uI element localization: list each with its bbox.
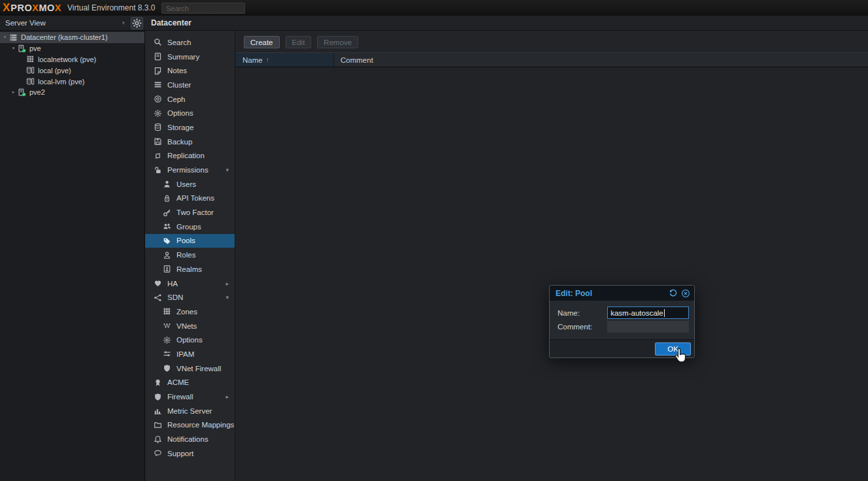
shield-icon	[163, 364, 171, 373]
sidebar-item-pools[interactable]: Pools	[145, 234, 235, 248]
sidebar-item-users[interactable]: Users	[145, 177, 235, 191]
chevron-down-icon[interactable]: ▾	[122, 20, 125, 26]
sidebar-item-notes[interactable]: Notes	[145, 63, 235, 78]
sdn-icon	[154, 293, 162, 302]
sidebar-item-resource-mappings[interactable]: Resource Mappings	[145, 418, 235, 433]
sidebar-item-ceph[interactable]: Ceph	[145, 92, 235, 107]
sidebar-item-options[interactable]: Options	[145, 106, 235, 120]
sidebar-item-label: Options	[167, 109, 193, 117]
chart-icon	[154, 406, 162, 415]
sidebar-item-zones[interactable]: Zones	[145, 305, 235, 319]
sidebar-item-backup[interactable]: Backup	[145, 135, 235, 149]
dialog-title-bar[interactable]: Edit: Pool	[550, 286, 694, 301]
tree-node-datacenter-kasm-cluster1[interactable]: ▾Datacenter (kasm-cluster1)	[0, 32, 144, 43]
folder-icon	[154, 421, 162, 429]
disk-icon	[26, 77, 35, 86]
sidebar-item-label: Groups	[176, 223, 201, 231]
sort-asc-icon: ↑	[266, 56, 269, 63]
caret-down-icon: ▾	[225, 167, 229, 173]
sidebar-item-replication[interactable]: Replication	[145, 149, 235, 163]
bell-icon	[154, 435, 162, 444]
backup-icon	[154, 137, 162, 146]
acme-icon	[154, 378, 162, 387]
sidebar-item-metric-server[interactable]: Metric Server	[145, 404, 235, 418]
remove-button[interactable]: Remove	[317, 36, 358, 48]
sidebar-item-label: Roles	[176, 251, 195, 259]
sidebar-item-label: ACME	[167, 378, 189, 386]
tree-node-local-lvm-pve[interactable]: local-lvm (pve)	[0, 76, 144, 87]
sidebar-item-label: API Tokens	[176, 194, 214, 202]
sidebar-item-label: Summary	[167, 53, 199, 61]
close-icon[interactable]	[681, 289, 690, 298]
book-icon	[154, 52, 162, 61]
pools-icon	[163, 237, 171, 245]
tree-node-label: local (pve)	[38, 67, 71, 75]
sidebar-item-vnet-firewall[interactable]: VNet Firewall	[145, 361, 235, 376]
sidebar-item-permissions[interactable]: Permissions▾	[145, 163, 235, 177]
sidebar-item-api-tokens[interactable]: API Tokens	[145, 191, 235, 206]
datacenter-nav: SearchSummaryNotesClusterCephOptionsStor…	[145, 31, 235, 481]
comment-field-label: Comment:	[558, 323, 607, 331]
disk-icon	[26, 66, 35, 75]
column-header-comment[interactable]: Comment	[334, 53, 868, 67]
view-selector[interactable]: Server View	[0, 19, 122, 27]
gear-icon	[163, 336, 171, 344]
node-icon	[18, 44, 26, 53]
sidebar-item-vnets[interactable]: VNets	[145, 319, 235, 333]
sidebar-item-roles[interactable]: Roles	[145, 248, 235, 262]
sidebar-item-sdn[interactable]: SDN▾	[145, 290, 235, 305]
expander-down-icon[interactable]: ▾	[10, 46, 17, 51]
api-token-icon	[163, 194, 171, 203]
support-icon	[154, 449, 162, 457]
pool-comment-input[interactable]	[607, 321, 689, 333]
sidebar-item-realms[interactable]: Realms	[145, 262, 235, 276]
sidebar-item-two-factor[interactable]: Two Factor	[145, 205, 235, 220]
zones-icon	[163, 307, 171, 316]
reset-icon[interactable]	[669, 289, 678, 298]
tree-node-pve2[interactable]: ▸pve2	[0, 87, 144, 98]
sidebar-item-label: SDN	[167, 293, 183, 301]
caret-right-icon: ▸	[225, 280, 229, 287]
sidebar-item-summary[interactable]: Summary	[145, 50, 235, 64]
column-header-name[interactable]: Name↑	[236, 53, 334, 67]
sidebar-item-label: Ceph	[167, 95, 186, 103]
tree-node-localnetwork-pve[interactable]: localnetwork (pve)	[0, 54, 144, 65]
sidebar-item-ha[interactable]: HA▸	[145, 276, 235, 291]
proxmox-x-icon: X	[3, 1, 10, 14]
sidebar-item-notifications[interactable]: Notifications	[145, 432, 235, 446]
pool-name-input[interactable]: kasm-autoscale	[607, 307, 689, 319]
sidebar-item-label: Notes	[167, 67, 187, 75]
node-icon	[18, 88, 26, 97]
sidebar-item-acme[interactable]: ACME	[145, 376, 235, 390]
global-search-input[interactable]	[161, 3, 245, 14]
ipam-icon	[163, 350, 171, 358]
expander-down-icon[interactable]: ▾	[1, 35, 8, 40]
sidebar-item-search[interactable]: Search	[145, 35, 235, 50]
sidebar-item-storage[interactable]: Storage	[145, 120, 235, 135]
sidebar-item-label: VNets	[176, 322, 197, 330]
caret-right-icon: ▸	[225, 393, 229, 400]
pools-grid-header: Name↑Comment	[236, 52, 868, 67]
sidebar-item-firewall[interactable]: Firewall▸	[145, 390, 235, 404]
expander-right-icon[interactable]: ▸	[10, 90, 17, 95]
note-icon	[154, 67, 162, 75]
sidebar-item-options[interactable]: Options	[145, 333, 235, 347]
tree-node-pve[interactable]: ▾pve	[0, 43, 144, 54]
sidebar-item-ipam[interactable]: IPAM	[145, 347, 235, 361]
sidebar-item-label: Users	[176, 180, 196, 188]
search-icon	[154, 38, 162, 46]
pools-grid-body[interactable]	[236, 67, 868, 481]
tree-settings-button[interactable]	[131, 17, 143, 29]
edit-pool-dialog: Edit: Pool Name: kasm-autoscale Comment:…	[549, 285, 695, 358]
resource-tree: ▾Datacenter (kasm-cluster1)▾pvelocalnetw…	[0, 31, 145, 481]
create-button[interactable]: Create	[244, 36, 280, 48]
tree-node-local-pve[interactable]: local (pve)	[0, 65, 144, 76]
sidebar-item-cluster[interactable]: Cluster	[145, 78, 235, 92]
ok-button[interactable]: OK	[655, 342, 691, 356]
edit-button[interactable]: Edit	[286, 36, 312, 48]
lock-open-icon	[154, 166, 162, 174]
sidebar-item-groups[interactable]: Groups	[145, 220, 235, 234]
sidebar-item-support[interactable]: Support	[145, 446, 235, 461]
vnets-icon	[163, 322, 171, 330]
version-label: Virtual Environment 8.3.0	[67, 3, 156, 12]
